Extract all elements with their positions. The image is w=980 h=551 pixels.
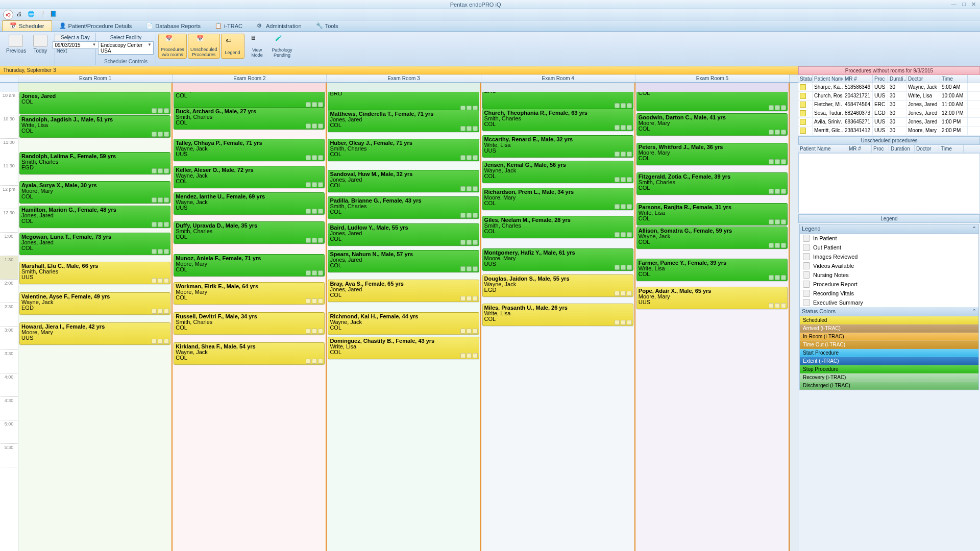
room-column[interactable]: ERCChurch, Theophania R., Female, 63 yrs… xyxy=(481,92,635,551)
minimize-icon[interactable]: — xyxy=(949,1,959,7)
tab-tools[interactable]: 🔧Tools xyxy=(309,21,346,31)
appointment[interactable]: Dominguez, Chastity B., Female, 43 yrsWr… xyxy=(328,337,479,359)
appointment[interactable]: Spears, Nahum N., Male, 57 yrsJones, Jar… xyxy=(328,250,479,272)
table-row[interactable]: Church, Ros…204321721UUS30Write, Lisa10:… xyxy=(798,92,980,101)
procedures-no-rooms-button[interactable]: 📅Procedures w/o rooms xyxy=(158,34,187,59)
appointment[interactable]: Buck, Archard G., Male, 27 yrsSmith, Cha… xyxy=(174,107,325,130)
appointment[interactable]: Baird, Ludlow Y., Male, 55 yrsJones, Jar… xyxy=(328,223,479,246)
appointment[interactable]: Bray, Ava S., Female, 65 yrsJones, Jared… xyxy=(328,280,479,302)
appointment[interactable]: Matthews, Cinderella T., Female, 71 yrsJ… xyxy=(328,110,479,132)
appointment[interactable]: Jensen, Kemal G., Male, 56 yrsWayne, Jac… xyxy=(482,161,633,183)
maximize-icon[interactable]: □ xyxy=(960,1,968,7)
table-row[interactable]: Sharpe, Ka…518586346UUS30Wayne, Jack9:00… xyxy=(798,83,980,92)
room-column[interactable]: BROMatthews, Cinderella T., Female, 71 y… xyxy=(327,92,481,551)
appointment[interactable]: Richardson, Prem L., Male, 34 yrsMoore, … xyxy=(482,188,633,210)
column-header[interactable]: Durati… xyxy=(888,75,906,83)
globe-icon[interactable]: 🌐 xyxy=(28,11,36,19)
table-row[interactable]: Sosa, Tudur…882460373EGD30Jones, Jared12… xyxy=(798,109,980,118)
column-header[interactable]: MR # xyxy=(843,75,873,83)
column-header[interactable]: Doctor xyxy=(915,145,939,153)
appointment[interactable]: Huber, Olcay J., Female, 71 yrsSmith, Ch… xyxy=(328,139,479,161)
appointment[interactable]: Peters, Whitford J., Male, 36 yrsMoore, … xyxy=(636,143,788,165)
select-day-dropdown[interactable]: 09/03/2015 xyxy=(53,41,99,49)
appointment[interactable]: Church, Theophania R., Female, 63 yrsSmi… xyxy=(482,109,633,131)
help-icon[interactable]: ❔ xyxy=(39,11,47,19)
tab-scheduler[interactable]: 📅Scheduler xyxy=(2,20,52,31)
room-header[interactable]: Exam Room 5 xyxy=(635,74,790,82)
room-header[interactable]: Exam Room 1 xyxy=(18,74,173,82)
close-icon[interactable]: ✕ xyxy=(969,1,978,7)
appointment[interactable]: Goodwin, Darton C., Male, 41 yrsMoore, M… xyxy=(636,113,788,136)
tab-itrac[interactable]: 📋i-TRAC xyxy=(208,21,250,31)
vertical-scrollbar[interactable] xyxy=(790,92,798,551)
appointment[interactable]: Randolph, Lalima F., Female, 59 yrsSmith… xyxy=(19,152,170,174)
appointment[interactable]: Valentine, Ayse F., Female, 49 yrsWayne,… xyxy=(19,292,170,315)
appointment[interactable]: Kirkland, Shea F., Male, 54 yrsWayne, Ja… xyxy=(174,342,325,365)
legend-button[interactable]: 🏷Legend xyxy=(221,34,244,59)
appointment[interactable]: Duffy, Upravda D., Male, 35 yrsSmith, Ch… xyxy=(174,221,325,244)
appointment[interactable]: COL xyxy=(636,92,788,111)
column-header[interactable]: Doctor xyxy=(906,75,940,83)
appointment[interactable]: BRO xyxy=(328,92,479,112)
appointment[interactable]: ERC xyxy=(482,92,633,109)
unscheduled-procedures-button[interactable]: 📅Unscheduled Procedures xyxy=(188,34,220,59)
tab-admin[interactable]: ⚙Administration xyxy=(250,21,309,31)
appointment[interactable]: Russell, Devitri F., Male, 34 yrsSmith, … xyxy=(174,312,325,335)
appointment[interactable]: Padilla, Brianne G., Female, 43 yrsSmith… xyxy=(328,196,479,219)
appointment[interactable]: Munoz, Aniela F., Female, 71 yrsMoore, M… xyxy=(174,254,325,277)
column-header[interactable]: Proc xyxy=(872,145,889,153)
column-header[interactable]: Time xyxy=(939,145,964,153)
appointment[interactable]: Keller, Aleser O., Male, 72 yrsWayne, Ja… xyxy=(174,166,325,188)
no-rooms-grid[interactable]: Sharpe, Ka…518586346UUS30Wayne, Jack9:00… xyxy=(798,83,980,135)
table-row[interactable]: Merritt, Gilc…238341412UUS30Moore, Mary2… xyxy=(798,127,980,135)
column-header[interactable]: MR # xyxy=(847,145,872,153)
appointment[interactable]: Parsons, Ranjita R., Female, 31 yrsWrite… xyxy=(636,203,788,226)
print-icon[interactable]: 🖨 xyxy=(16,11,24,19)
room-header[interactable]: Exam Room 2 xyxy=(173,74,327,82)
appointment[interactable]: Talley, Chhaya P., Female, 71 yrsWayne, … xyxy=(174,139,325,161)
previous-button[interactable]: Previous xyxy=(3,34,29,55)
appointment[interactable]: Allison, Somatra G., Female, 59 yrsWayne… xyxy=(636,227,788,249)
appointment[interactable]: Montgomery, Hafiz Y., Male, 61 yrsMoore,… xyxy=(482,248,633,271)
room-column[interactable]: Write, LisaCOLBuck, Archard G., Male, 27… xyxy=(173,92,327,551)
tab-database-reports[interactable]: 📄Database Reports xyxy=(139,21,208,31)
appointment[interactable]: Fitzgerald, Zotia C., Female, 39 yrsSmit… xyxy=(636,172,788,195)
appointment[interactable]: Douglas, Jaidon S., Male, 55 yrsWayne, J… xyxy=(482,274,633,297)
scheduler-grid[interactable]: 10 am10:3011:0011:3012 pm12:301:001:302:… xyxy=(0,92,798,551)
room-column[interactable]: Jones, JaredCOLRandolph, Jagdish J., Mal… xyxy=(18,92,173,551)
appointment[interactable]: Mcgowan, Luna T., Female, 73 yrsJones, J… xyxy=(19,233,170,255)
appointment[interactable]: Jones, JaredCOL xyxy=(19,92,170,114)
column-header[interactable]: Proc xyxy=(873,75,888,83)
appointment[interactable]: Workman, Eirik E., Male, 64 yrsMoore, Ma… xyxy=(174,282,325,305)
appointment[interactable]: Farmer, Pamee Y., Female, 39 yrsWrite, L… xyxy=(636,259,788,281)
appointment[interactable]: Hamilton, Marion G., Female, 48 yrsJones… xyxy=(19,206,170,228)
tab-patient-details[interactable]: 👤Patient/Procedure Details xyxy=(52,21,139,31)
appointment[interactable]: Howard, Jiera I., Female, 42 yrsMoore, M… xyxy=(19,322,170,345)
today-button[interactable]: Today xyxy=(30,34,51,55)
appointment[interactable]: Write, LisaCOL xyxy=(174,92,325,108)
manual-icon[interactable]: 📘 xyxy=(50,11,58,19)
app-logo-icon[interactable]: iQ xyxy=(3,10,13,20)
appointment[interactable]: Giles, Neelam M., Female, 28 yrsSmith, C… xyxy=(482,216,633,238)
room-header[interactable]: Exam Room 4 xyxy=(481,74,635,82)
column-header[interactable]: Patient Name xyxy=(813,75,843,83)
appointment[interactable]: Randolph, Jagdish J., Male, 51 yrsWrite,… xyxy=(19,115,170,138)
appointment[interactable]: Ayala, Surya X., Male, 30 yrsMoore, Mary… xyxy=(19,181,170,204)
column-header[interactable]: Status xyxy=(798,75,813,83)
legend-section-header[interactable]: Legend⌃ xyxy=(800,224,978,234)
appointment[interactable]: Sandoval, Huw M., Male, 32 yrsJones, Jar… xyxy=(328,170,479,192)
room-column[interactable]: COLGoodwin, Darton C., Male, 41 yrsMoore… xyxy=(635,92,790,551)
column-header[interactable]: Patient Name xyxy=(798,145,847,153)
unscheduled-grid[interactable] xyxy=(798,153,980,213)
select-facility-dropdown[interactable]: Endoscopy Center USA xyxy=(98,41,154,55)
status-colors-header[interactable]: Status Colors⌃ xyxy=(800,307,978,316)
table-row[interactable]: Fletcher, Mi…458474564ERC30Jones, Jared1… xyxy=(798,101,980,109)
appointment[interactable]: Mccarthy, Renard E., Male, 32 yrsWrite, … xyxy=(482,135,633,158)
table-row[interactable]: Avila, Sriniv…683645271UUS30Jones, Jared… xyxy=(798,118,980,127)
appointment[interactable]: Mendez, Ianthe U., Female, 69 yrsWayne, … xyxy=(174,192,325,215)
appointment[interactable]: Richmond, Kai H., Female, 44 yrsWayne, J… xyxy=(328,312,479,335)
appointment[interactable]: Pope, Adair X., Male, 65 yrsMoore, MaryU… xyxy=(636,287,788,309)
room-header[interactable]: Exam Room 3 xyxy=(327,74,481,82)
column-header[interactable]: Duration xyxy=(889,145,915,153)
column-header[interactable]: Time xyxy=(940,75,968,83)
